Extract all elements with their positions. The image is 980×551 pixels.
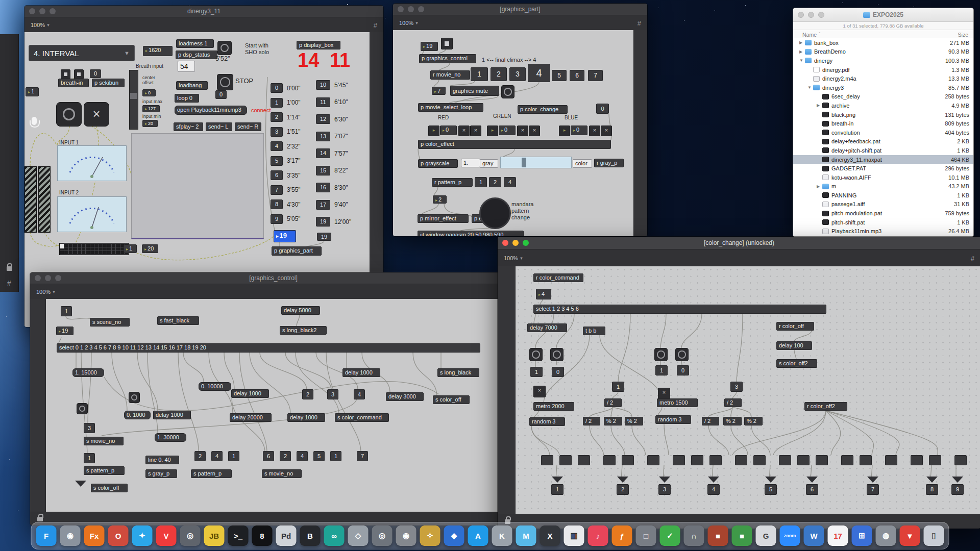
number-box-green[interactable]: 0: [499, 126, 516, 135]
finder-file-list[interactable]: ▶ bank_box 271 MB ▶ BreathDemo 90.3 MB ▼…: [793, 38, 973, 237]
object-box-delay-3000[interactable]: delay 3000: [386, 392, 424, 401]
number-box[interactable]: 2: [617, 484, 629, 495]
number-box[interactable]: 4: [211, 451, 223, 461]
number-box[interactable]: 2: [194, 451, 206, 461]
object-box-graphics-mute[interactable]: graphics mute: [450, 86, 499, 96]
number-box-pattern-2[interactable]: 2: [489, 177, 501, 187]
window-titlebar[interactable]: [color_change] (unlocked): [498, 237, 980, 249]
number-box[interactable]: 1: [551, 484, 564, 495]
object-box-mod2[interactable]: % 2: [604, 417, 622, 425]
number-box-movie-2[interactable]: 2: [491, 67, 507, 81]
time-row[interactable]: 42'32": [271, 141, 301, 151]
time-row[interactable]: 21'14": [271, 112, 301, 122]
button-triangle[interactable]: [806, 477, 818, 483]
time-row[interactable]: 95'05": [271, 214, 301, 224]
bang-button[interactable]: [77, 403, 88, 414]
bank_box[interactable]: ▶ bank_box 271 MB: [793, 38, 973, 47]
bang-button[interactable]: [550, 348, 564, 361]
gain-slider[interactable]: [24, 166, 37, 233]
number-box[interactable]: 0: [677, 365, 689, 375]
object-box-metro-2000[interactable]: metro 2000: [533, 402, 574, 411]
bang-button[interactable]: [129, 392, 140, 403]
object-box-color-effect[interactable]: p color_effect: [418, 140, 611, 149]
window-titlebar[interactable]: dinergy3_11: [24, 6, 383, 17]
toggle-x[interactable]: [658, 388, 670, 399]
dinergy3[interactable]: ▼ dinergy3 85.7 MB: [793, 83, 973, 92]
object-box-s-color-command[interactable]: s color_command: [335, 413, 389, 422]
dock-flash[interactable]: ƒ: [612, 525, 632, 546]
kotu-waon.AIFF[interactable]: kotu-waon.AIFF 10.1 MB: [793, 173, 973, 182]
dock-green-app[interactable]: ■: [732, 525, 752, 546]
time-row[interactable]: 53'17": [271, 156, 301, 166]
patcher-canvas[interactable]: [515, 266, 980, 514]
object-box-grayscale[interactable]: p grayscale: [418, 159, 458, 168]
button-triangle[interactable]: [659, 477, 670, 483]
message-box[interactable]: 0. 1000: [124, 411, 151, 419]
object-box-r-pattern-p[interactable]: r pattern_p: [432, 178, 473, 187]
number-box[interactable]: 1: [655, 365, 668, 375]
dock-app-gray[interactable]: ◎: [180, 525, 201, 546]
number-box[interactable]: 3: [730, 382, 743, 392]
object-box-graphics-control[interactable]: p graphics_control: [419, 54, 476, 63]
object-box-graphics-part[interactable]: p graphics_part: [272, 246, 322, 256]
zoom-button[interactable]: [418, 6, 424, 12]
object-box-sfplay[interactable]: sfplay~ 2: [174, 122, 203, 131]
time-row[interactable]: 116'10": [316, 97, 351, 107]
object-box-div2[interactable]: / 2: [604, 398, 622, 407]
number-box-preset[interactable]: 1620: [143, 46, 173, 56]
number-box[interactable]: [647, 455, 659, 465]
number-box[interactable]: 20: [142, 244, 158, 253]
time-row[interactable]: 105'45": [316, 80, 351, 90]
disclosure-triangle-icon[interactable]: ▶: [799, 49, 805, 54]
number-box[interactable]: 4: [297, 451, 308, 461]
object-box-color-change[interactable]: p color_change: [518, 105, 568, 114]
level-meter-input1[interactable]: [57, 145, 127, 181]
button-triangle[interactable]: [708, 477, 719, 483]
number-box[interactable]: 1: [612, 382, 624, 392]
zoom-button[interactable]: [50, 8, 56, 14]
object-box-s-long-black2[interactable]: s long_black2: [280, 326, 327, 335]
minimize-button[interactable]: [408, 6, 414, 12]
number-box[interactable]: [885, 455, 897, 465]
object-box-div2[interactable]: / 2: [702, 417, 719, 425]
number-box-scene-selected[interactable]: 19: [274, 230, 296, 242]
number-box[interactable]: [603, 455, 616, 465]
dock-firefox[interactable]: Fx: [84, 525, 105, 546]
object-box-s-scene-no[interactable]: s scene_no: [90, 318, 130, 327]
disclosure-triangle-icon[interactable]: ▼: [807, 85, 813, 90]
stop-button[interactable]: [217, 74, 233, 90]
number-box[interactable]: [578, 455, 590, 465]
dock-terminal[interactable]: >_: [228, 525, 249, 546]
time-row[interactable]: 158'22": [316, 166, 351, 176]
number-box[interactable]: 0: [215, 90, 227, 99]
dock-trash[interactable]: ▯: [924, 525, 944, 546]
grid-icon[interactable]: #: [374, 22, 377, 29]
object-box-delay-100[interactable]: delay 100: [776, 341, 812, 350]
toggle[interactable]: [74, 69, 84, 79]
m[interactable]: ▶ m 43.2 MB: [793, 182, 973, 191]
toggle[interactable]: [441, 38, 453, 49]
object-box-breath-in[interactable]: breath-in: [58, 79, 89, 87]
clear-button[interactable]: [529, 126, 540, 136]
dock-bluegrid[interactable]: ⊞: [852, 525, 872, 546]
black.png[interactable]: black.png 131 bytes: [793, 110, 973, 119]
object-box-loadmess[interactable]: loadmess 1: [176, 39, 214, 48]
dock-music[interactable]: ♪: [588, 525, 608, 546]
dock-bitwig[interactable]: B: [300, 525, 321, 546]
number-box[interactable]: 19: [317, 233, 331, 241]
bang-button[interactable]: [654, 348, 668, 361]
convolution[interactable]: convolution 404 bytes: [793, 128, 973, 137]
button-triangle[interactable]: [617, 477, 628, 483]
zoom-select[interactable]: 100%▾: [399, 20, 418, 26]
dock-globe[interactable]: ◍: [876, 525, 896, 546]
close-button[interactable]: [798, 12, 804, 18]
number-box-movie-6[interactable]: 6: [570, 70, 584, 81]
object-box-random-3[interactable]: random 3: [655, 415, 691, 424]
bang-button[interactable]: [217, 41, 232, 55]
time-row[interactable]: 179'40": [316, 200, 351, 210]
number-box[interactable]: 3: [84, 423, 95, 433]
object-box-movie-select-loop[interactable]: p movie_select_loop: [418, 103, 483, 112]
number-box[interactable]: [860, 455, 872, 465]
number-box[interactable]: 9: [951, 484, 964, 495]
dock-cube-app[interactable]: ◇: [348, 525, 369, 546]
